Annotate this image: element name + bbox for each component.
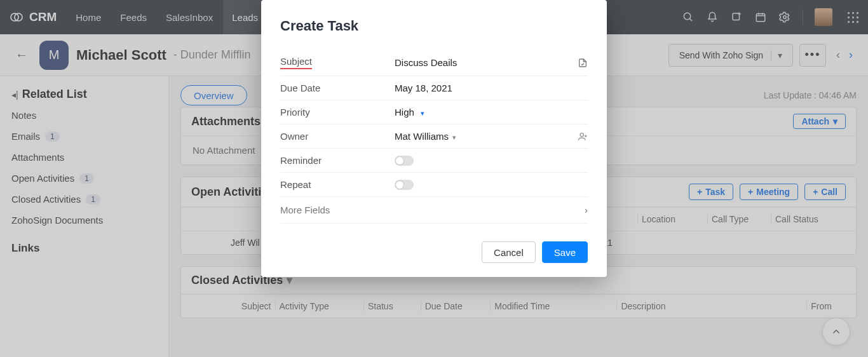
- field-owner: Owner Mat Williams: [280, 125, 588, 149]
- more-fields-row[interactable]: More Fields ›: [280, 197, 588, 224]
- subject-input[interactable]: Discuss Deails: [395, 57, 457, 68]
- modal-actions: Cancel Save: [280, 241, 588, 263]
- more-fields-label: More Fields: [280, 205, 330, 215]
- field-reminder: Reminder: [280, 149, 588, 173]
- save-button[interactable]: Save: [542, 241, 588, 263]
- repeat-toggle[interactable]: [395, 180, 414, 190]
- subject-label: Subject: [280, 56, 395, 69]
- reminder-label: Reminder: [280, 155, 395, 166]
- repeat-label: Repeat: [280, 179, 395, 190]
- field-repeat: Repeat: [280, 173, 588, 197]
- field-subject: Subject Discuss Deails: [280, 50, 588, 76]
- priority-select[interactable]: High: [395, 107, 424, 118]
- create-task-modal: Create Task Subject Discuss Deails Due D…: [261, 0, 607, 277]
- template-picker-icon[interactable]: [578, 58, 588, 68]
- field-due-date: Due Date May 18, 2021: [280, 76, 588, 100]
- priority-label: Priority: [280, 107, 395, 118]
- modal-title: Create Task: [280, 18, 588, 34]
- svg-point-12: [580, 133, 583, 136]
- field-priority: Priority High: [280, 100, 588, 125]
- due-date-input[interactable]: May 18, 2021: [395, 83, 452, 93]
- reminder-toggle[interactable]: [395, 156, 414, 166]
- due-date-label: Due Date: [280, 83, 395, 93]
- chevron-right-icon: ›: [585, 205, 588, 215]
- owner-label: Owner: [280, 131, 395, 142]
- user-lookup-icon[interactable]: [578, 131, 588, 142]
- owner-select[interactable]: Mat Williams: [395, 131, 456, 142]
- cancel-button[interactable]: Cancel: [482, 241, 536, 263]
- modal-overlay[interactable]: Create Task Subject Discuss Deails Due D…: [0, 0, 868, 357]
